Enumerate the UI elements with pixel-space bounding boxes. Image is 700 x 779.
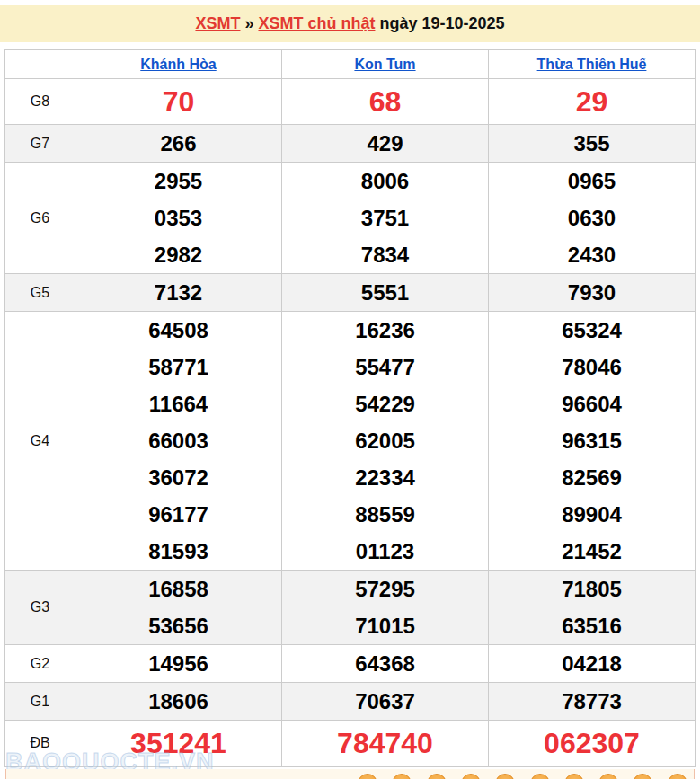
prize-label: G5 [5,274,75,311]
table-row: G2149566436804218 [5,645,695,683]
result-cell: 14956 [75,645,282,682]
result-cell: 295503532982 [75,163,282,273]
result-number: 70637 [355,683,415,720]
results-table: Khánh HòaKon TumThừa Thiên Huế G8706829G… [4,49,696,767]
loto-balls-strip [5,769,695,779]
result-number: 2955 [155,163,202,199]
result-number: 89904 [562,496,622,533]
result-number: 5551 [361,274,409,311]
result-cell: 78773 [489,683,695,720]
header-corner-cell [5,50,75,78]
result-number: 16236 [355,312,415,349]
result-cell: 04218 [489,645,695,682]
result-cell: 64508587711166466003360729617781593 [75,312,282,570]
result-number: 71015 [355,607,415,644]
lottery-ball-icon [392,774,412,779]
result-cell: 68 [282,79,489,124]
lottery-ball-icon [495,774,515,779]
table-row: G7266429355 [5,125,695,163]
prize-label: ĐB [5,721,75,766]
title-separator: » [240,14,258,33]
result-number: 82569 [562,459,622,496]
result-cell: 784740 [282,721,489,766]
lottery-ball-icon [427,774,447,779]
result-number: 16858 [148,571,208,607]
result-number: 7930 [568,274,616,311]
lottery-ball-icon [530,774,550,779]
prize-label: G4 [5,312,75,570]
province-link[interactable]: Khánh Hòa [140,57,216,73]
lottery-ball-icon [461,774,481,779]
result-number: 64508 [148,312,208,349]
result-number: 01123 [356,533,414,570]
lottery-ball-icon [598,774,618,779]
result-number: 63516 [562,607,622,644]
result-number: 0630 [568,199,616,236]
result-number: 65324 [562,312,622,349]
result-number: 7132 [155,274,202,311]
result-number: 351241 [130,721,226,766]
column-header-cell: Khánh Hòa [75,50,282,78]
result-number: 78773 [562,683,622,720]
result-number: 0965 [568,163,616,199]
table-row: G8706829 [5,79,695,125]
table-row: ĐB351241784740062307 [5,721,695,766]
result-number: 58771 [148,349,208,385]
result-number: 266 [160,125,196,162]
result-number: 64368 [355,645,415,682]
column-header-cell: Thừa Thiên Huế [489,50,695,78]
result-number: 96177 [148,496,208,533]
result-number: 71805 [562,571,622,607]
result-number: 0353 [155,199,202,236]
result-cell: 355 [489,125,695,162]
result-cell: 29 [489,79,695,124]
lottery-ball-icon [633,774,652,779]
result-number: 29 [576,79,608,124]
lottery-ball-icon [564,774,584,779]
xsmt-chu-nhat-link[interactable]: XSMT chủ nhật [258,14,375,33]
xsmt-link[interactable]: XSMT [195,14,240,33]
result-number: 11664 [149,385,208,422]
province-link[interactable]: Thừa Thiên Huế [537,57,647,73]
result-number: 14956 [148,645,208,682]
result-number: 96315 [562,422,622,459]
result-cell: 5729571015 [282,571,489,644]
result-number: 78046 [562,349,622,385]
result-number: 2982 [155,236,202,273]
province-link[interactable]: Kon Tum [354,57,415,73]
column-header-cell: Kon Tum [282,50,489,78]
result-number: 66003 [148,422,208,459]
table-row: G6295503532982800637517834096506302430 [5,163,695,274]
title-date: ngày 19-10-2025 [375,14,504,33]
result-cell: 16236554775422962005223348855901123 [282,312,489,570]
result-cell: 18606 [75,683,282,720]
result-number: 55477 [355,349,415,385]
result-number: 2430 [568,236,616,273]
result-number: 53656 [148,607,208,644]
result-number: 57295 [355,571,415,607]
result-cell: 800637517834 [282,163,489,273]
result-cell: 7930 [489,274,695,311]
result-cell: 351241 [75,721,282,766]
result-cell: 7180563516 [489,571,695,644]
result-number: 8006 [361,163,409,199]
result-cell: 64368 [282,645,489,682]
result-number: 062307 [544,721,640,766]
result-number: 784740 [337,721,433,766]
result-number: 18606 [148,683,208,720]
result-cell: 096506302430 [489,163,695,273]
result-cell: 5551 [282,274,489,311]
table-row: G1186067063778773 [5,683,695,721]
result-number: 7834 [361,236,409,273]
result-number: 429 [367,125,403,162]
prize-label: G2 [5,645,75,682]
prize-label: G3 [5,571,75,644]
table-header-row: Khánh HòaKon TumThừa Thiên Huế [5,50,695,79]
table-row: G464508587711166466003360729617781593162… [5,312,695,571]
result-number: 96604 [562,385,622,422]
table-row: G5713255517930 [5,274,695,312]
prize-label: G8 [5,79,75,124]
result-number: 88559 [355,496,415,533]
result-number: 81593 [148,533,208,570]
result-number: 355 [573,125,609,162]
